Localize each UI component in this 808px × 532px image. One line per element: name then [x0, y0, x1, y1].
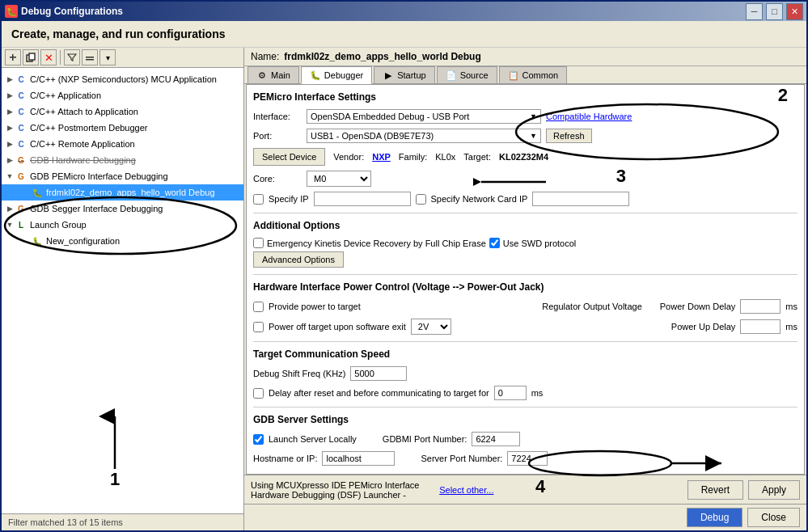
power-up-label: Power Up Delay [671, 322, 735, 331]
interface-dropdown[interactable]: OpenSDA Embedded Debug - USB Port ▼ [307, 109, 541, 124]
svg-rect-4 [86, 57, 94, 58]
collapse-all-button[interactable] [82, 49, 98, 65]
specify-ip-label: Specify IP [269, 194, 309, 204]
launch-server-checkbox[interactable] [253, 434, 264, 445]
revert-button[interactable]: Revert [687, 480, 743, 500]
tree-label: GDB Segger Interface Debugging [30, 204, 163, 213]
maximize-button[interactable]: □ [766, 3, 783, 20]
duplicate-button[interactable] [23, 49, 39, 65]
vendor-label: Vendor: [333, 152, 364, 162]
tree-item-cpp-attach[interactable]: ▶ C C/C++ Attach to Application [2, 103, 243, 120]
expander[interactable]: ▶ [5, 107, 15, 116]
expander[interactable]: ▶ [5, 74, 15, 84]
specify-network-checkbox[interactable] [416, 194, 426, 205]
port-dropdown[interactable]: USB1 - OpenSDA (DB9E7E73) ▼ [307, 129, 541, 143]
tree-item-cpp-app[interactable]: ▶ C C/C++ Application [2, 87, 243, 103]
tree-item-gdb-segger[interactable]: ▶ G GDB Segger Interface Debugging [2, 201, 243, 217]
expander[interactable]: ▶ [5, 139, 15, 149]
tab-debugger[interactable]: 🐛 Debugger [301, 66, 372, 84]
compatible-hw-link[interactable]: Compatible Hardware [546, 112, 632, 121]
expander[interactable]: ▶ [5, 91, 15, 100]
use-swd-checkbox[interactable] [489, 238, 500, 248]
tree-item-gdb-pemicro[interactable]: ▼ G GDB PEMicro Interface Debugging [2, 168, 243, 184]
select-device-row: Select Device Vendor: NXP Family: KL0x T… [253, 148, 797, 166]
vendor-value: NXP [372, 152, 391, 162]
expander[interactable]: ▶ [5, 204, 15, 213]
family-label: Family: [399, 152, 427, 162]
tree-label: New_configuration [46, 236, 120, 246]
main-content: ✕ ▾ ▶ C C/C++ (NXP Semiconductors) MCU A… [2, 48, 806, 530]
tree-container: ▶ C C/C++ (NXP Semiconductors) MCU Appli… [2, 68, 243, 513]
close-button[interactable]: ✕ [786, 3, 803, 20]
tab-source[interactable]: 📄 Source [437, 66, 497, 83]
emergency-checkbox[interactable] [253, 238, 264, 248]
tree-item-frdmkl02z[interactable]: 🐛 frdmkl02z_demo_apps_hello_world Debug [2, 184, 243, 201]
tree-item-launch-group[interactable]: ▼ L Launch Group [2, 217, 243, 233]
refresh-button[interactable]: Refresh [546, 129, 592, 143]
settings-button[interactable]: ▾ [99, 49, 116, 65]
main-icon: ⚙ [256, 70, 268, 81]
specify-ip-checkbox[interactable] [253, 194, 264, 205]
apply-button[interactable]: Apply [748, 480, 800, 500]
cpp-pm-icon: C [15, 121, 27, 134]
tree-item-gdb-hardware[interactable]: ▶ G GDB Hardware Debugging [2, 152, 243, 168]
tab-common[interactable]: 📋 Common [499, 66, 568, 83]
common-icon: 📋 [508, 70, 519, 81]
delay-input[interactable] [494, 386, 527, 400]
dropdown-port-arrow-icon: ▼ [530, 132, 537, 140]
expander-open[interactable]: ▼ [5, 171, 15, 181]
tab-startup[interactable]: ▶ Startup [374, 66, 434, 83]
provide-power-checkbox[interactable] [253, 302, 264, 312]
gdb-pemicro-icon: G [15, 170, 27, 183]
select-other-link[interactable]: Select other... [439, 485, 493, 495]
minimize-button[interactable]: ─ [746, 3, 763, 20]
target-value: KL02Z32M4 [499, 152, 548, 162]
expander-open[interactable]: ▼ [5, 220, 15, 230]
left-panel: ✕ ▾ ▶ C C/C++ (NXP Semiconductors) MCU A… [2, 48, 244, 530]
filter-button[interactable] [64, 49, 80, 65]
power-up-input[interactable] [740, 319, 781, 334]
tree-item-cpp-postmortem[interactable]: ▶ C C/C++ Postmortem Debugger [2, 120, 243, 136]
name-label: Name: [251, 51, 279, 62]
use-swd-label: Use SWD protocol [503, 239, 576, 248]
new-config-button[interactable] [5, 49, 21, 65]
bottom-bar: Using MCUXpresso IDE PEMicro Interface H… [244, 475, 806, 504]
close-button-bottom[interactable]: Close [747, 508, 800, 527]
power-down-input[interactable] [740, 299, 781, 314]
tree-label: C/C++ Remote Application [30, 139, 135, 149]
debug-button[interactable]: Debug [687, 508, 742, 527]
advanced-options-button[interactable]: Advanced Options [253, 251, 344, 268]
tree-label: C/C++ Application [30, 91, 101, 100]
tree-item-cpp-nxp[interactable]: ▶ C C/C++ (NXP Semiconductors) MCU Appli… [2, 71, 243, 87]
delete-button[interactable]: ✕ [40, 49, 57, 65]
window-title: Debug Configurations [21, 6, 742, 17]
core-dropdown[interactable]: M0 [307, 171, 371, 187]
expander[interactable]: ▶ [5, 155, 15, 165]
tree-label: GDB Hardware Debugging [30, 155, 136, 165]
voltage-dropdown[interactable]: 2V 3.3V 5V [411, 319, 451, 335]
power-off-checkbox[interactable] [253, 322, 264, 332]
network-ip-input[interactable] [532, 192, 629, 206]
debug-freq-input[interactable] [350, 366, 407, 381]
power-row1: Provide power to target Regulator Output… [253, 299, 797, 314]
ip-input[interactable] [314, 192, 411, 206]
expander [21, 188, 31, 197]
interface-label: Interface: [253, 112, 302, 121]
divider3 [253, 341, 797, 342]
divider4 [253, 407, 797, 407]
select-device-button[interactable]: Select Device [253, 148, 325, 166]
tab-main[interactable]: ⚙ Main [247, 66, 299, 83]
gdbmi-input[interactable] [472, 432, 520, 446]
source-icon: 📄 [446, 70, 457, 81]
interface-row: Interface: OpenSDA Embedded Debug - USB … [253, 109, 797, 124]
tree-label: C/C++ Attach to Application [30, 107, 138, 116]
delay-checkbox[interactable] [253, 388, 264, 399]
tree-item-cpp-remote[interactable]: ▶ C C/C++ Remote Application [2, 136, 243, 152]
tree-item-new-config[interactable]: 🐛 New_configuration [2, 233, 243, 249]
dropdown-arrow-icon: ▼ [530, 112, 537, 120]
debugger-icon: 🐛 [310, 70, 321, 81]
divider1 [253, 213, 797, 213]
expander[interactable]: ▶ [5, 123, 15, 133]
hostname-input[interactable] [322, 451, 395, 466]
server-port-input[interactable] [507, 451, 548, 466]
